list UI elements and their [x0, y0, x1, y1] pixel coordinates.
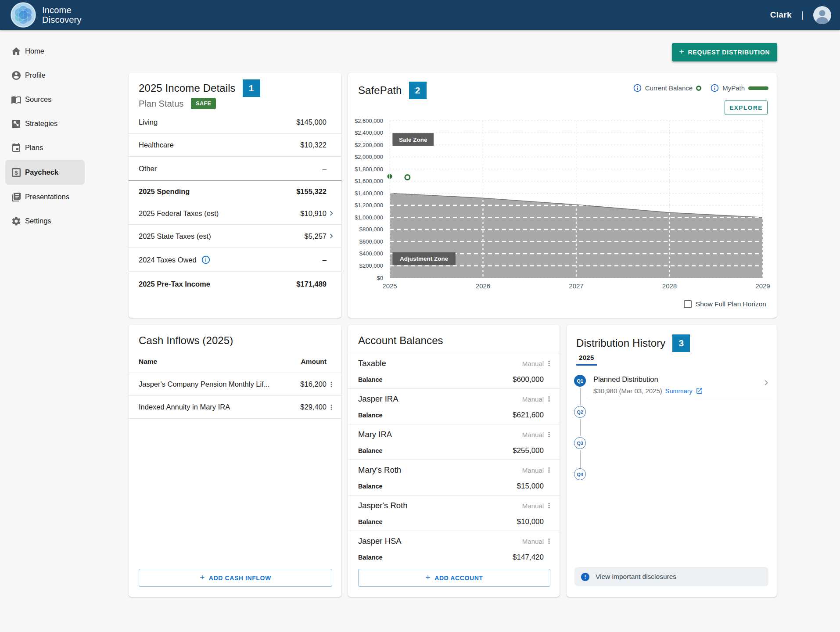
account-name: Jasper IRA	[358, 394, 398, 404]
brand-logo-icon	[11, 2, 36, 28]
summary-link[interactable]: Summary	[665, 388, 693, 395]
presentations-icon	[11, 192, 22, 202]
top-bar: Income Discovery Clark |	[0, 0, 840, 30]
row-menu-button[interactable]	[544, 501, 554, 510]
plans-icon	[11, 143, 22, 153]
sidebar-item-strategies[interactable]: Strategies	[0, 111, 90, 136]
add-account-button[interactable]: + ADD ACCOUNT	[358, 569, 550, 587]
strategies-icon	[11, 118, 22, 129]
kebab-menu-icon	[545, 466, 553, 474]
balance-value: $600,000	[513, 375, 544, 384]
svg-text:$: $	[14, 169, 18, 176]
account-name: Taxable	[358, 359, 386, 368]
kebab-menu-icon	[545, 431, 553, 438]
add-cash-inflow-button[interactable]: + ADD CASH INFLOW	[139, 569, 332, 587]
income-row-taxes-owed: 2024 Taxes Owed –	[129, 248, 341, 272]
row-menu-button[interactable]	[544, 394, 554, 404]
distribution-meta: $30,980 (Mar 03, 2025)	[593, 387, 662, 395]
svg-text:$0: $0	[377, 275, 383, 281]
row-menu-button[interactable]	[327, 402, 336, 412]
chevron-right-icon[interactable]	[327, 208, 336, 218]
timeline-item-q1[interactable]: Q1 Planned Distribution $30,980 (Mar 03,…	[567, 375, 777, 395]
balance-value: $147,420	[513, 553, 544, 562]
tab-2025[interactable]: 2025	[576, 352, 597, 366]
balance-label: Balance	[358, 554, 383, 561]
sidebar-item-label: Presentations	[25, 193, 69, 201]
sidebar-item-label: Strategies	[25, 119, 57, 128]
cash-inflows-header-row: Name Amount	[129, 350, 341, 373]
income-row-pretax-income: 2025 Pre-Tax Income $171,489	[129, 272, 341, 296]
sidebar-item-label: Profile	[25, 71, 46, 79]
chevron-right-icon[interactable]	[327, 231, 336, 241]
sidebar-item-presentations[interactable]: Presentations	[0, 185, 90, 209]
sidebar-item-profile[interactable]: Profile	[0, 63, 90, 87]
sidebar-item-paycheck[interactable]: $ Paycheck	[5, 160, 85, 185]
home-icon	[11, 46, 22, 57]
plan-status-label: Plan Status	[139, 99, 183, 109]
income-row-federal-taxes[interactable]: 2025 Federal Taxes (est) $10,910	[129, 202, 341, 224]
kebab-menu-icon	[545, 395, 553, 403]
account-row: TaxableManualBalance$600,000	[348, 353, 560, 388]
svg-text:2025: 2025	[382, 282, 397, 290]
balance-value: $15,000	[517, 482, 544, 491]
svg-text:Safe Zone: Safe Zone	[399, 136, 427, 143]
kebab-menu-icon	[545, 537, 553, 545]
account-name: Jasper's Roth	[358, 501, 408, 510]
alert-icon	[580, 572, 590, 582]
safepath-card: SafePath 2 Current Balance MyPath EXPLOR…	[348, 73, 777, 318]
sidebar-item-plans[interactable]: Plans	[0, 136, 90, 160]
sidebar: Home Profile Sources Strategies Plans $ …	[0, 30, 90, 632]
info-icon[interactable]	[201, 255, 211, 265]
cash-inflows-title: Cash Inflows (2025)	[139, 334, 331, 347]
quarter-badge-q1: Q1	[574, 375, 586, 387]
avatar[interactable]	[813, 6, 831, 24]
account-name: Jasper HSA	[358, 536, 402, 546]
svg-text:$800,000: $800,000	[359, 226, 383, 233]
sidebar-item-home[interactable]: Home	[0, 39, 90, 63]
svg-text:$200,000: $200,000	[359, 262, 383, 269]
svg-text:$1,200,000: $1,200,000	[355, 202, 383, 208]
sidebar-item-label: Sources	[25, 95, 52, 104]
row-menu-button[interactable]	[544, 430, 554, 439]
plus-icon: +	[200, 573, 205, 582]
show-full-plan-horizon-checkbox[interactable]	[684, 300, 692, 308]
svg-text:$1,400,000: $1,400,000	[355, 190, 383, 197]
row-menu-button[interactable]	[327, 380, 336, 389]
balance-value: $621,600	[513, 411, 544, 420]
chevron-right-icon[interactable]	[761, 377, 772, 388]
balance-label: Balance	[358, 518, 383, 525]
kebab-menu-icon	[545, 359, 553, 367]
svg-text:$2,600,000: $2,600,000	[355, 118, 383, 124]
row-menu-button[interactable]	[544, 359, 554, 368]
svg-text:$600,000: $600,000	[359, 238, 383, 245]
quarter-badge-q2: Q2	[574, 406, 586, 418]
row-menu-button[interactable]	[544, 465, 554, 475]
account-mode: Manual	[522, 467, 544, 474]
sidebar-item-settings[interactable]: Settings	[0, 209, 90, 233]
row-menu-button[interactable]	[544, 536, 554, 546]
settings-icon	[11, 216, 22, 226]
step-badge-1: 1	[243, 79, 260, 97]
balance-value: $10,000	[517, 517, 544, 526]
step-badge-3: 3	[672, 334, 690, 352]
income-row-state-taxes[interactable]: 2025 State Taxes (est) $5,257	[129, 225, 341, 248]
plus-icon: +	[426, 573, 431, 582]
svg-text:2027: 2027	[569, 282, 583, 290]
request-distribution-button[interactable]: + REQUEST DISTRIBUTION	[672, 43, 777, 61]
income-row-other: Other –	[129, 157, 341, 180]
account-name: Mary IRA	[358, 430, 392, 439]
balance-label: Balance	[358, 376, 383, 383]
income-row-living: Living $145,000	[129, 111, 341, 133]
account-name: Mary's Roth	[358, 465, 401, 475]
user-name[interactable]: Clark	[770, 10, 792, 20]
safepath-chart: $0$200,000$400,000$600,000$800,000$1,000…	[348, 73, 777, 301]
quarter-badge-q3: Q3	[574, 437, 586, 449]
open-in-new-icon[interactable]	[696, 387, 703, 395]
sidebar-item-sources[interactable]: Sources	[0, 87, 90, 111]
account-row: Jasper's RothManualBalance$10,000	[348, 496, 560, 531]
svg-text:$1,600,000: $1,600,000	[355, 178, 383, 184]
user-divider: |	[801, 10, 804, 20]
balance-label: Balance	[358, 483, 383, 490]
svg-text:$1,800,000: $1,800,000	[355, 166, 383, 172]
disclosures-banner[interactable]: View important disclosures	[574, 567, 768, 586]
